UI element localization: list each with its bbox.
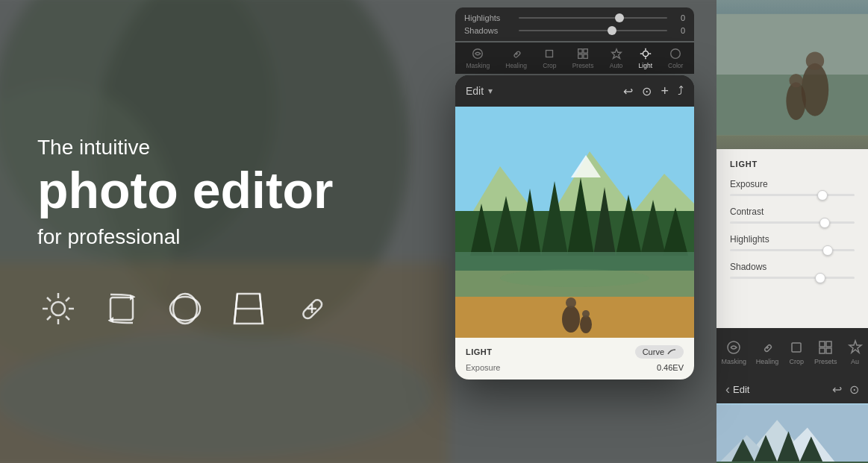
svg-point-34: [643, 51, 648, 56]
left-panel: The intuitive photo editor for professio…: [0, 0, 433, 463]
shadows-slider-label: Shadows: [730, 262, 855, 272]
chevron-down-icon: ▾: [488, 86, 493, 96]
curve-button[interactable]: Curve: [635, 345, 684, 359]
svg-point-65: [786, 82, 805, 120]
curve-graph-icon: [667, 348, 676, 356]
contrast-track[interactable]: [730, 221, 855, 224]
toolbar-right: ↩ ⊙ + ⤴: [623, 84, 684, 99]
preview-toolbar: ‹ Edit ↩ ⊙: [716, 376, 868, 403]
settings-icon[interactable]: ⊙: [849, 382, 859, 397]
svg-marker-76: [849, 341, 861, 353]
exposure-value: 0.46EV: [657, 363, 684, 372]
exposure-slider-row: Exposure: [730, 179, 855, 196]
svg-point-55: [500, 269, 649, 287]
highlights-label: Highlights: [464, 13, 513, 22]
crop-rotate-icon: [101, 288, 142, 329]
shadows-thumb-right[interactable]: [815, 273, 825, 283]
contrast-slider-label: Contrast: [730, 207, 855, 217]
preview-toolbar-right: ↩ ⊙: [832, 382, 859, 397]
sliders-section: LIGHT Exposure Contrast Highlights: [716, 149, 868, 328]
main-photo: [455, 107, 694, 338]
undo-icon[interactable]: ↩: [832, 382, 842, 397]
highlights-slider-label: Highlights: [730, 234, 855, 245]
curve-label: Curve: [643, 347, 664, 356]
svg-point-6: [51, 302, 65, 315]
edit-label: Edit: [466, 85, 484, 97]
right-tools-strip: Masking Healing Crop Presets Au: [716, 328, 868, 376]
highlights-thumb[interactable]: [615, 13, 624, 22]
back-icon[interactable]: ‹: [725, 382, 730, 397]
svg-rect-73: [826, 341, 831, 347]
svg-rect-31: [578, 54, 582, 58]
phone-bottom-section: LIGHT Curve Exposure 0.46EV: [455, 338, 694, 379]
svg-rect-25: [513, 51, 521, 58]
more-icon: [847, 339, 864, 356]
highlights-value: 0: [673, 13, 685, 22]
svg-rect-32: [584, 54, 587, 58]
svg-rect-29: [578, 49, 582, 53]
right-bottom-preview: ‹ Edit ↩ ⊙: [716, 376, 868, 463]
shadows-label: Shadows: [464, 26, 513, 35]
light-label: LIGHT: [466, 347, 493, 356]
shadows-value: 0: [673, 26, 685, 35]
preview-image: [716, 403, 868, 463]
right-tool-masking[interactable]: Masking: [721, 339, 746, 365]
presets-label: Presets: [814, 358, 837, 365]
info-icon[interactable]: ⊙: [642, 84, 652, 98]
svg-rect-15: [110, 297, 133, 320]
undo-icon[interactable]: ↩: [623, 84, 633, 98]
exposure-track[interactable]: [730, 194, 855, 196]
right-panel: LIGHT Exposure Contrast Highlights: [716, 0, 868, 463]
svg-point-64: [806, 52, 824, 70]
contrast-slider-row: Contrast: [730, 207, 855, 224]
right-tool-more[interactable]: Au: [847, 339, 864, 365]
shadows-slider-row: Shadows 0: [464, 26, 685, 35]
highlights-track[interactable]: [519, 17, 667, 19]
shadows-slider-row-right: Shadows: [730, 262, 855, 279]
right-photo-panel: [716, 0, 868, 149]
svg-rect-74: [819, 348, 825, 353]
svg-point-63: [802, 63, 829, 116]
svg-rect-72: [819, 341, 825, 347]
highlights-track-right[interactable]: [730, 249, 855, 251]
svg-line-13: [66, 297, 69, 301]
highlights-thumb-right[interactable]: [822, 245, 833, 256]
tool-healing[interactable]: Healing: [505, 47, 527, 69]
more-label: Au: [851, 358, 859, 365]
svg-rect-75: [826, 348, 831, 353]
masking-label: Masking: [721, 358, 746, 365]
tool-crop[interactable]: Crop: [543, 47, 556, 69]
svg-point-67: [728, 341, 740, 353]
right-tool-presets[interactable]: Presets: [814, 339, 837, 365]
shadows-track-right[interactable]: [730, 277, 855, 279]
grid-perspective-icon: [228, 288, 269, 329]
shadows-thumb[interactable]: [608, 26, 616, 35]
svg-marker-33: [611, 49, 621, 59]
exposure-row: Exposure 0.46EV: [466, 363, 684, 372]
exposure-label: Exposure: [466, 363, 500, 372]
tool-color[interactable]: Color: [668, 47, 683, 69]
top-tools-strip: Masking Healing Crop Presets Auto Light: [455, 42, 694, 74]
svg-point-66: [789, 74, 802, 87]
tool-auto[interactable]: Auto: [610, 47, 623, 69]
color-adjust-icon: [164, 288, 205, 329]
tool-masking[interactable]: Masking: [466, 47, 490, 69]
share-icon[interactable]: ⤴: [678, 84, 684, 98]
svg-rect-28: [546, 51, 553, 57]
tagline-line1: The intuitive: [37, 134, 403, 161]
contrast-thumb[interactable]: [819, 218, 830, 228]
tool-presets[interactable]: Presets: [572, 47, 594, 69]
right-tool-healing[interactable]: Healing: [756, 339, 779, 365]
presets-icon: [817, 339, 834, 356]
tool-light[interactable]: Light: [639, 47, 652, 69]
light-section-header: LIGHT Curve: [466, 345, 684, 359]
svg-point-17: [170, 297, 200, 321]
tagline-line2: photo editor: [37, 164, 403, 217]
svg-line-11: [47, 297, 51, 301]
svg-rect-71: [792, 343, 801, 352]
add-icon[interactable]: +: [661, 84, 669, 99]
right-tool-crop[interactable]: Crop: [788, 339, 805, 365]
exposure-slider-label: Exposure: [730, 179, 855, 189]
shadows-track[interactable]: [519, 30, 667, 31]
exposure-thumb[interactable]: [817, 190, 828, 201]
